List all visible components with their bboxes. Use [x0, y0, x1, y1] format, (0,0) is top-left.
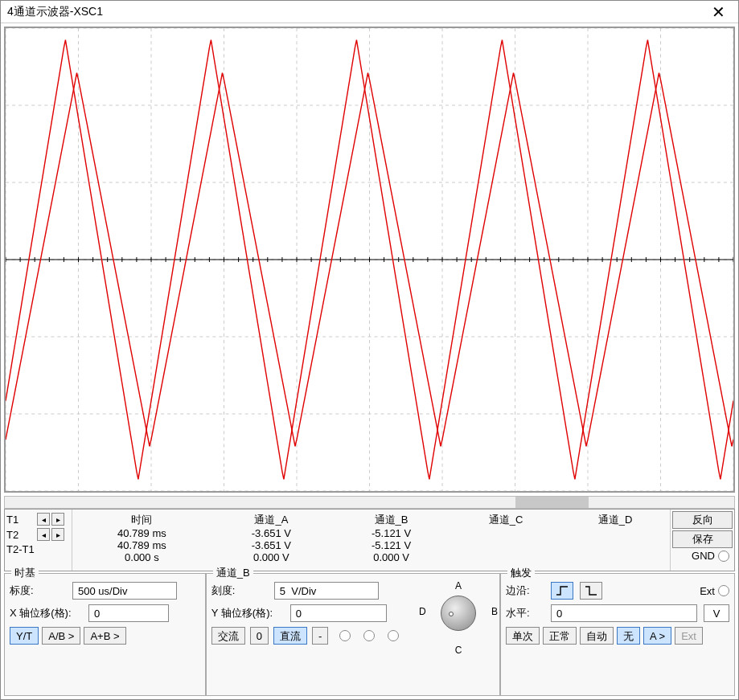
channel-panel: 通道_B 刻度: Y 轴位移(格): 交流 0 直流 -	[206, 573, 500, 696]
coupling-inv-button[interactable]: -	[312, 627, 328, 645]
hdr-chB: 通道_B	[331, 513, 451, 527]
radio-2[interactable]	[363, 630, 375, 641]
tdiff-label: T2-T1	[6, 543, 35, 555]
time-scrollbar[interactable]	[4, 496, 735, 509]
channel-dial: A B C D	[422, 582, 495, 645]
coupling-dc-button[interactable]: 直流	[273, 627, 307, 645]
mode-yt-button[interactable]: Y/T	[10, 627, 39, 645]
t2-label: T2	[6, 529, 35, 541]
edge-falling-button[interactable]	[580, 582, 602, 600]
dial-label-A: A	[455, 580, 462, 592]
scope-display[interactable]	[4, 27, 735, 493]
t2-left-button[interactable]: ◂	[37, 528, 50, 541]
t1-label: T1	[6, 514, 35, 526]
rising-edge-icon	[555, 585, 569, 596]
oscilloscope-window: 4通道示波器-XSC1 ✕ T1 ◂ ▸ T2 ◂ ▸ T2-T1	[0, 0, 739, 700]
radio-3[interactable]	[388, 630, 399, 641]
channel-knob[interactable]	[441, 596, 476, 631]
controls-row: 时基 标度: X 轴位移(格): Y/T A/B > A+B > 通道_B	[4, 573, 735, 696]
t2-right-button[interactable]: ▸	[51, 528, 64, 541]
table-row: 0.000 s0.000 V0.000 V	[72, 551, 670, 563]
hdr-chC: 通道_C	[451, 513, 560, 527]
mode-ab-sweep-button[interactable]: A/B >	[42, 627, 80, 645]
dial-label-B: B	[491, 606, 498, 617]
hdr-chD: 通道_D	[560, 513, 670, 527]
timebase-xpos-label: X 轴位移(格):	[10, 606, 84, 620]
table-row: 40.789 ms-3.651 V-5.121 V	[72, 539, 670, 551]
channel-scale-label: 刻度:	[211, 583, 269, 598]
t1-right-button[interactable]: ▸	[51, 513, 64, 526]
trig-single-button[interactable]: 单次	[506, 627, 540, 645]
ext-radio[interactable]	[718, 585, 729, 596]
radio-1[interactable]	[339, 630, 351, 641]
timebase-scale-label: 标度:	[10, 583, 68, 598]
trig-asrc-button[interactable]: A >	[643, 627, 671, 645]
window-title: 4通道示波器-XSC1	[7, 5, 103, 19]
coupling-ac-button[interactable]: 交流	[211, 627, 245, 645]
trigger-panel: 触发 边沿: Ext 水平:	[500, 573, 735, 696]
level-unit-input[interactable]	[704, 604, 729, 622]
save-button[interactable]: 保存	[672, 530, 733, 548]
ext-label: Ext	[700, 585, 715, 597]
edge-label: 边沿:	[506, 583, 544, 598]
timebase-title: 时基	[11, 566, 39, 580]
t1-left-button[interactable]: ◂	[37, 513, 50, 526]
scope-svg	[6, 28, 733, 491]
trigger-title: 触发	[507, 566, 535, 580]
gnd-label: GND	[692, 550, 715, 562]
dial-label-D: D	[419, 606, 426, 617]
close-icon[interactable]: ✕	[705, 4, 732, 20]
reverse-button[interactable]: 反向	[672, 511, 733, 529]
hdr-chA: 通道_A	[211, 513, 331, 527]
falling-edge-icon	[584, 585, 598, 596]
timebase-panel: 时基 标度: X 轴位移(格): Y/T A/B > A+B >	[4, 573, 206, 696]
titlebar: 4通道示波器-XSC1 ✕	[1, 1, 738, 23]
table-row: 40.789 ms-3.651 V-5.121 V	[72, 527, 670, 539]
channel-title: 通道_B	[213, 566, 253, 580]
channel-scale-input[interactable]	[274, 582, 379, 600]
hdr-time: 时间	[72, 513, 211, 527]
coupling-zero-button[interactable]: 0	[250, 627, 269, 645]
channel-ypos-input[interactable]	[290, 604, 387, 622]
trig-ext-button[interactable]: Ext	[675, 627, 703, 645]
timebase-xpos-input[interactable]	[88, 604, 169, 622]
cursor-controls: T1 ◂ ▸ T2 ◂ ▸ T2-T1	[5, 510, 72, 571]
trig-none-button[interactable]: 无	[617, 627, 640, 645]
edge-rising-button[interactable]	[551, 582, 573, 600]
timebase-scale-input[interactable]	[72, 582, 177, 600]
readout-panel: T1 ◂ ▸ T2 ◂ ▸ T2-T1 时间 通道_A 通道_B 通道_C 通道…	[4, 509, 735, 571]
level-input[interactable]	[551, 604, 697, 622]
trig-normal-button[interactable]: 正常	[543, 627, 577, 645]
channel-ypos-label: Y 轴位移(格):	[211, 606, 285, 620]
level-label: 水平:	[506, 606, 544, 620]
mode-ab-sum-button[interactable]: A+B >	[84, 627, 125, 645]
scroll-thumb[interactable]	[515, 497, 589, 508]
gnd-radio[interactable]	[718, 551, 729, 562]
readout-table: 时间 通道_A 通道_B 通道_C 通道_D 40.789 ms-3.651 V…	[72, 510, 670, 571]
dial-label-C: C	[455, 645, 462, 656]
trig-auto-button[interactable]: 自动	[580, 627, 614, 645]
side-buttons: 反向 保存 GND	[670, 510, 734, 571]
